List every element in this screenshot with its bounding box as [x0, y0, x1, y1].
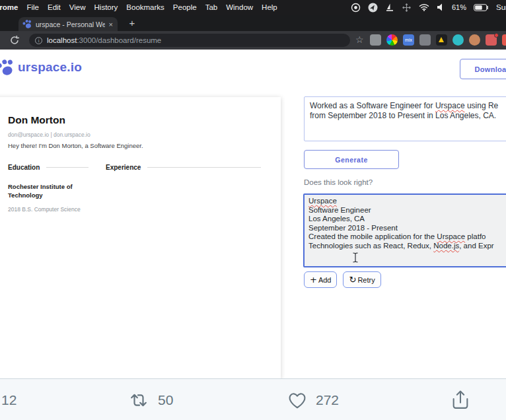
resume-name: Don Morton — [8, 114, 281, 126]
browser-tab-strip: urspace - Personal Websites D × + — [0, 15, 506, 31]
url-text: localhost:3000/dashboard/resume — [47, 36, 161, 44]
add-button[interactable]: + Add — [304, 271, 337, 288]
site-header: urspace.io Download — [0, 50, 506, 97]
urspace-favicon-icon — [22, 18, 32, 29]
retweet-icon — [127, 392, 150, 409]
url-host: localhost — [47, 36, 77, 44]
menubar-item-bookmarks[interactable]: Bookmarks — [126, 3, 164, 11]
menubar-item-file[interactable]: File — [26, 3, 39, 11]
paw-logo-icon — [0, 57, 16, 77]
extension-icon-pinwheel[interactable] — [386, 34, 398, 46]
battery-icon[interactable] — [474, 4, 489, 11]
reload-icon[interactable] — [9, 35, 20, 46]
like-count: 272 — [316, 392, 339, 408]
sail-flag-icon[interactable] — [385, 3, 394, 13]
heart-icon — [287, 390, 308, 409]
generated-output-textarea[interactable]: UrspaceSoftware EngineerLos Angeles, CAS… — [303, 193, 506, 267]
education-label: Education — [8, 164, 40, 171]
url-path: :3000/dashboard/resume — [77, 36, 161, 44]
experience-section-header: Experience — [106, 164, 261, 171]
share-icon — [451, 390, 470, 410]
resume-tagline: Hey there! I'm Don Morton, a Software En… — [8, 142, 281, 149]
menubar-item-help[interactable]: Help — [262, 3, 277, 11]
menubar-clock[interactable]: Sun 9:57 AM — [496, 3, 506, 11]
experience-divider — [147, 167, 261, 168]
volume-icon[interactable] — [437, 3, 445, 11]
menubar-menus: Chrome FileEditViewHistoryBookmarksPeopl… — [0, 3, 277, 11]
retry-icon: ↻ — [349, 275, 356, 284]
resume-preview-card: Don Morton don@urspace.io | don.urspace.… — [0, 97, 281, 379]
experience-label: Experience — [106, 164, 141, 171]
add-label: Add — [318, 276, 332, 284]
tab-title: urspace - Personal Websites D — [36, 20, 105, 28]
plus-icon: + — [310, 275, 317, 284]
misspelled-word: Urspace — [437, 232, 465, 240]
extension-icon-red-badge[interactable] — [486, 34, 497, 46]
tab-close-icon[interactable]: × — [109, 20, 113, 28]
macos-menubar: Chrome FileEditViewHistoryBookmarksPeopl… — [0, 0, 506, 15]
reply-action[interactable]: 12 — [1, 379, 17, 420]
extension-icon-avatar[interactable] — [469, 34, 480, 46]
browser-toolbar: i localhost:3000/dashboard/resume ☆ mix — [0, 31, 506, 50]
output-actions: + Add ↻ Retry — [304, 271, 381, 288]
resume-degree: 2018 B.S. Computer Science — [8, 206, 281, 213]
location-icon[interactable] — [368, 3, 378, 13]
battery-percentage: 61% — [452, 3, 466, 11]
urspace-logo[interactable]: urspace.io — [0, 59, 82, 75]
extensions-row: mix — [370, 34, 506, 46]
address-bar[interactable]: i localhost:3000/dashboard/resume — [29, 34, 350, 47]
misspelled-word: Urspace — [308, 197, 337, 205]
resume-contact: don@urspace.io | don.urspace.io — [8, 131, 281, 138]
switch-arrows-icon[interactable] — [402, 3, 412, 13]
extension-icon-shield[interactable] — [370, 34, 381, 46]
text-cursor-icon — [352, 252, 359, 263]
confirm-question: Does this look right? — [304, 178, 373, 186]
menubar-item-tab[interactable]: Tab — [205, 3, 218, 11]
menubar-item-view[interactable]: View — [69, 3, 86, 11]
retweet-count: 50 — [158, 392, 173, 408]
extension-icon-teal-circle[interactable] — [452, 34, 464, 46]
resume-section-headers: Education Experience — [8, 164, 261, 171]
download-button[interactable]: Download — [460, 59, 506, 79]
experience-summary-textarea[interactable]: Worked as a Software Engineer for Urspac… — [304, 96, 506, 141]
screen-record-icon[interactable] — [351, 3, 361, 13]
menubar-app-name[interactable]: Chrome — [0, 3, 18, 11]
retry-button[interactable]: ↻ Retry — [343, 271, 380, 288]
tweet-action-bar: 12 50 272 — [0, 378, 506, 420]
menubar-item-edit[interactable]: Edit — [48, 3, 61, 11]
education-section-header: Education — [8, 164, 106, 171]
bookmark-star-icon[interactable]: ☆ — [355, 34, 364, 45]
new-tab-button[interactable]: + — [126, 16, 139, 29]
retweet-action[interactable]: 50 — [127, 379, 173, 420]
wifi-icon[interactable] — [419, 3, 429, 11]
misspelled-word: Node.js — [433, 242, 459, 250]
extension-icon-beacon[interactable] — [436, 34, 447, 46]
menubar-status-area: 61% Sun 9:57 AM — [351, 0, 506, 15]
extension-icon-orange[interactable] — [502, 34, 506, 46]
menubar-item-window[interactable]: Window — [226, 3, 253, 11]
extension-icon-clipboard[interactable] — [419, 34, 431, 46]
generate-button[interactable]: Generate — [304, 150, 399, 169]
menubar-item-history[interactable]: History — [94, 3, 118, 11]
like-action[interactable]: 272 — [287, 379, 339, 420]
browser-tab-urspace[interactable]: urspace - Personal Websites D × — [18, 17, 118, 31]
misspelled-word: Urspace — [435, 101, 465, 110]
menubar-item-people[interactable]: People — [173, 3, 197, 11]
retry-label: Retry — [357, 276, 375, 284]
logo-text: urspace.io — [18, 60, 82, 75]
reply-count: 12 — [1, 392, 17, 408]
education-divider — [46, 167, 89, 168]
page-info-icon[interactable]: i — [35, 37, 42, 44]
extension-icon-mixmax[interactable]: mix — [403, 34, 414, 46]
share-action[interactable] — [451, 379, 470, 420]
resume-school: Rochester Institute of Technology — [8, 182, 84, 199]
